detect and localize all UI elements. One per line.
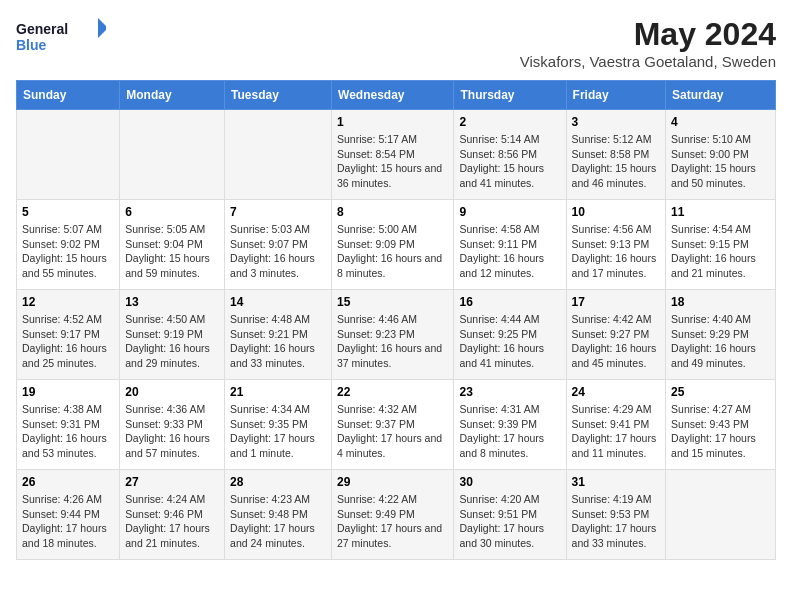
page-title: May 2024 — [520, 16, 776, 53]
day-info: Sunrise: 5:03 AM Sunset: 9:07 PM Dayligh… — [230, 222, 326, 281]
day-number: 28 — [230, 475, 326, 489]
calendar-cell — [225, 110, 332, 200]
calendar-cell: 6Sunrise: 5:05 AM Sunset: 9:04 PM Daylig… — [120, 200, 225, 290]
day-info: Sunrise: 4:26 AM Sunset: 9:44 PM Dayligh… — [22, 492, 114, 551]
day-number: 16 — [459, 295, 560, 309]
day-info: Sunrise: 4:31 AM Sunset: 9:39 PM Dayligh… — [459, 402, 560, 461]
calendar-cell: 24Sunrise: 4:29 AM Sunset: 9:41 PM Dayli… — [566, 380, 665, 470]
calendar-cell: 12Sunrise: 4:52 AM Sunset: 9:17 PM Dayli… — [17, 290, 120, 380]
logo-wordmark: General Blue — [16, 16, 106, 56]
calendar-cell: 28Sunrise: 4:23 AM Sunset: 9:48 PM Dayli… — [225, 470, 332, 560]
day-number: 21 — [230, 385, 326, 399]
day-info: Sunrise: 5:07 AM Sunset: 9:02 PM Dayligh… — [22, 222, 114, 281]
day-number: 20 — [125, 385, 219, 399]
day-number: 23 — [459, 385, 560, 399]
day-info: Sunrise: 4:44 AM Sunset: 9:25 PM Dayligh… — [459, 312, 560, 371]
day-info: Sunrise: 4:27 AM Sunset: 9:43 PM Dayligh… — [671, 402, 770, 461]
calendar-week-5: 26Sunrise: 4:26 AM Sunset: 9:44 PM Dayli… — [17, 470, 776, 560]
day-number: 1 — [337, 115, 448, 129]
calendar-cell: 26Sunrise: 4:26 AM Sunset: 9:44 PM Dayli… — [17, 470, 120, 560]
day-number: 8 — [337, 205, 448, 219]
calendar-cell: 2Sunrise: 5:14 AM Sunset: 8:56 PM Daylig… — [454, 110, 566, 200]
day-number: 4 — [671, 115, 770, 129]
day-info: Sunrise: 4:32 AM Sunset: 9:37 PM Dayligh… — [337, 402, 448, 461]
day-number: 3 — [572, 115, 660, 129]
day-info: Sunrise: 5:14 AM Sunset: 8:56 PM Dayligh… — [459, 132, 560, 191]
calendar-cell: 5Sunrise: 5:07 AM Sunset: 9:02 PM Daylig… — [17, 200, 120, 290]
day-number: 9 — [459, 205, 560, 219]
svg-marker-2 — [98, 18, 106, 38]
day-number: 29 — [337, 475, 448, 489]
calendar-cell: 1Sunrise: 5:17 AM Sunset: 8:54 PM Daylig… — [332, 110, 454, 200]
day-info: Sunrise: 4:56 AM Sunset: 9:13 PM Dayligh… — [572, 222, 660, 281]
page-header: General Blue May 2024 Viskafors, Vaestra… — [16, 16, 776, 70]
day-info: Sunrise: 4:54 AM Sunset: 9:15 PM Dayligh… — [671, 222, 770, 281]
calendar-cell: 15Sunrise: 4:46 AM Sunset: 9:23 PM Dayli… — [332, 290, 454, 380]
calendar-cell: 14Sunrise: 4:48 AM Sunset: 9:21 PM Dayli… — [225, 290, 332, 380]
calendar-cell: 30Sunrise: 4:20 AM Sunset: 9:51 PM Dayli… — [454, 470, 566, 560]
day-number: 14 — [230, 295, 326, 309]
calendar-cell: 13Sunrise: 4:50 AM Sunset: 9:19 PM Dayli… — [120, 290, 225, 380]
day-info: Sunrise: 4:46 AM Sunset: 9:23 PM Dayligh… — [337, 312, 448, 371]
calendar-cell — [17, 110, 120, 200]
day-info: Sunrise: 4:58 AM Sunset: 9:11 PM Dayligh… — [459, 222, 560, 281]
day-info: Sunrise: 5:12 AM Sunset: 8:58 PM Dayligh… — [572, 132, 660, 191]
col-header-sunday: Sunday — [17, 81, 120, 110]
calendar-week-2: 5Sunrise: 5:07 AM Sunset: 9:02 PM Daylig… — [17, 200, 776, 290]
calendar-cell: 7Sunrise: 5:03 AM Sunset: 9:07 PM Daylig… — [225, 200, 332, 290]
calendar-cell: 23Sunrise: 4:31 AM Sunset: 9:39 PM Dayli… — [454, 380, 566, 470]
logo: General Blue — [16, 16, 106, 56]
logo-svg: General Blue — [16, 16, 106, 56]
day-info: Sunrise: 5:05 AM Sunset: 9:04 PM Dayligh… — [125, 222, 219, 281]
day-number: 2 — [459, 115, 560, 129]
calendar-cell: 21Sunrise: 4:34 AM Sunset: 9:35 PM Dayli… — [225, 380, 332, 470]
day-info: Sunrise: 4:52 AM Sunset: 9:17 PM Dayligh… — [22, 312, 114, 371]
col-header-monday: Monday — [120, 81, 225, 110]
day-info: Sunrise: 4:40 AM Sunset: 9:29 PM Dayligh… — [671, 312, 770, 371]
calendar-header-row: SundayMondayTuesdayWednesdayThursdayFrid… — [17, 81, 776, 110]
calendar-cell: 29Sunrise: 4:22 AM Sunset: 9:49 PM Dayli… — [332, 470, 454, 560]
calendar-cell: 20Sunrise: 4:36 AM Sunset: 9:33 PM Dayli… — [120, 380, 225, 470]
calendar-cell: 27Sunrise: 4:24 AM Sunset: 9:46 PM Dayli… — [120, 470, 225, 560]
day-number: 24 — [572, 385, 660, 399]
calendar-cell: 11Sunrise: 4:54 AM Sunset: 9:15 PM Dayli… — [666, 200, 776, 290]
page-subtitle: Viskafors, Vaestra Goetaland, Sweden — [520, 53, 776, 70]
day-info: Sunrise: 4:20 AM Sunset: 9:51 PM Dayligh… — [459, 492, 560, 551]
day-number: 12 — [22, 295, 114, 309]
day-info: Sunrise: 4:34 AM Sunset: 9:35 PM Dayligh… — [230, 402, 326, 461]
day-number: 11 — [671, 205, 770, 219]
day-number: 18 — [671, 295, 770, 309]
day-info: Sunrise: 4:22 AM Sunset: 9:49 PM Dayligh… — [337, 492, 448, 551]
calendar-cell: 16Sunrise: 4:44 AM Sunset: 9:25 PM Dayli… — [454, 290, 566, 380]
calendar-table: SundayMondayTuesdayWednesdayThursdayFrid… — [16, 80, 776, 560]
title-block: May 2024 Viskafors, Vaestra Goetaland, S… — [520, 16, 776, 70]
day-number: 13 — [125, 295, 219, 309]
day-number: 7 — [230, 205, 326, 219]
day-info: Sunrise: 4:23 AM Sunset: 9:48 PM Dayligh… — [230, 492, 326, 551]
day-number: 15 — [337, 295, 448, 309]
day-number: 10 — [572, 205, 660, 219]
day-number: 5 — [22, 205, 114, 219]
day-info: Sunrise: 5:10 AM Sunset: 9:00 PM Dayligh… — [671, 132, 770, 191]
day-info: Sunrise: 4:29 AM Sunset: 9:41 PM Dayligh… — [572, 402, 660, 461]
calendar-cell — [120, 110, 225, 200]
day-info: Sunrise: 5:17 AM Sunset: 8:54 PM Dayligh… — [337, 132, 448, 191]
calendar-week-3: 12Sunrise: 4:52 AM Sunset: 9:17 PM Dayli… — [17, 290, 776, 380]
day-number: 6 — [125, 205, 219, 219]
day-number: 22 — [337, 385, 448, 399]
calendar-cell: 25Sunrise: 4:27 AM Sunset: 9:43 PM Dayli… — [666, 380, 776, 470]
calendar-cell: 10Sunrise: 4:56 AM Sunset: 9:13 PM Dayli… — [566, 200, 665, 290]
calendar-cell: 9Sunrise: 4:58 AM Sunset: 9:11 PM Daylig… — [454, 200, 566, 290]
day-info: Sunrise: 4:36 AM Sunset: 9:33 PM Dayligh… — [125, 402, 219, 461]
day-info: Sunrise: 4:19 AM Sunset: 9:53 PM Dayligh… — [572, 492, 660, 551]
calendar-cell: 19Sunrise: 4:38 AM Sunset: 9:31 PM Dayli… — [17, 380, 120, 470]
calendar-cell: 17Sunrise: 4:42 AM Sunset: 9:27 PM Dayli… — [566, 290, 665, 380]
col-header-saturday: Saturday — [666, 81, 776, 110]
day-number: 26 — [22, 475, 114, 489]
col-header-friday: Friday — [566, 81, 665, 110]
day-number: 17 — [572, 295, 660, 309]
day-info: Sunrise: 5:00 AM Sunset: 9:09 PM Dayligh… — [337, 222, 448, 281]
calendar-cell: 4Sunrise: 5:10 AM Sunset: 9:00 PM Daylig… — [666, 110, 776, 200]
calendar-cell: 8Sunrise: 5:00 AM Sunset: 9:09 PM Daylig… — [332, 200, 454, 290]
day-number: 31 — [572, 475, 660, 489]
